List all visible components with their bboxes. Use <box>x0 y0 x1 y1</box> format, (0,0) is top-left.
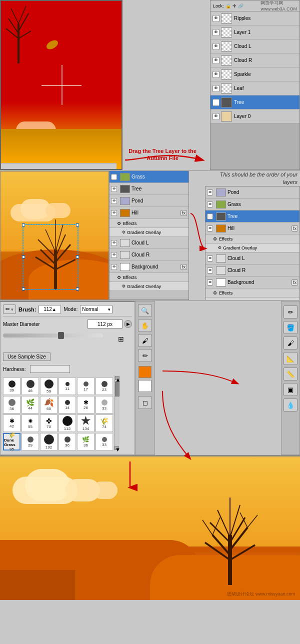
slider-thumb[interactable] <box>58 332 64 339</box>
measure-tool-btn[interactable]: 📏 <box>284 368 298 380</box>
brush-cell-60[interactable]: 🍂60 <box>40 396 58 414</box>
gradient-tool-btn[interactable]: ▣ <box>284 383 298 396</box>
expand-icon[interactable]: ⊞ <box>118 335 247 343</box>
layer-item-ripples[interactable]: 👁 Ripples <box>210 12 300 26</box>
eye-pond-right[interactable]: 👁 <box>207 190 213 196</box>
eye-bg-mid[interactable]: 👁 <box>111 264 117 270</box>
eye-pond-mid[interactable]: 👁 <box>111 198 117 204</box>
layer-mid-bg[interactable]: 👁 Background fx <box>110 261 188 273</box>
brush-scrollbar[interactable]: ▲ ▼ <box>114 376 120 450</box>
eye-cloudl-mid[interactable]: 👁 <box>111 240 117 246</box>
brush-cell-192[interactable]: 192 <box>40 433 58 450</box>
autumn-canvas-mid[interactable] <box>0 171 109 300</box>
layer-mid-cloudl[interactable]: 👁 Cloud L <box>110 237 188 249</box>
brush-cell-dune-grass[interactable]: 🌾 Dune Grass 95 <box>3 433 20 450</box>
brush-cell-36b[interactable]: 36 <box>58 433 76 450</box>
brush-cell-39[interactable]: 39 <box>3 378 20 395</box>
layer-mid-tree[interactable]: 👁 Tree <box>110 183 188 195</box>
layer-item-layer0[interactable]: 👁 Layer 0 <box>210 110 300 124</box>
brush-cell-33[interactable]: 33 <box>96 396 113 414</box>
brush-cell-23[interactable]: 23 <box>96 378 113 395</box>
brush-size-display[interactable]: 112 ▲ <box>38 305 61 314</box>
brush-cell-29[interactable]: 29 <box>22 433 39 450</box>
eye-leaf[interactable]: 👁 <box>212 85 220 92</box>
eye-cloudr-right[interactable]: 👁 <box>207 268 213 274</box>
handle-bl[interactable] <box>22 288 25 290</box>
layer-right-grass[interactable]: 👁 Grass <box>206 198 300 210</box>
brush-tool-selector[interactable]: ✏ ▾ <box>3 304 16 314</box>
layer-right-hill[interactable]: 👁 Hill fx <box>206 222 300 234</box>
eye-tree[interactable]: 👁 <box>212 99 220 106</box>
mode-dropdown[interactable]: Normal ▾ <box>80 305 112 314</box>
brush-cell-55[interactable]: ✷55 <box>22 414 39 432</box>
layer-item-sparkle[interactable]: 👁 Sparkle <box>210 68 300 82</box>
handle-ml[interactable] <box>22 256 25 258</box>
brush-cell-74[interactable]: 🌾74 <box>96 414 113 432</box>
use-sample-btn[interactable]: Use Sample Size <box>3 352 50 361</box>
layer-right-cloudr[interactable]: 👁 Cloud R <box>206 264 300 276</box>
brush-cell-26[interactable]: ✱26 <box>77 396 94 414</box>
eye-cloudr-mid[interactable]: 👁 <box>111 252 117 258</box>
layer-item-cloudl[interactable]: 👁 Cloud L <box>210 40 300 54</box>
pencil-tool-btn[interactable]: ✏ <box>284 306 298 318</box>
brush-cell-14[interactable]: 14 <box>58 396 76 414</box>
eye-sparkle[interactable]: 👁 <box>212 71 220 78</box>
scroll-down-arrow[interactable]: ▼ <box>114 446 119 450</box>
brush-cell-36c[interactable]: 🌿36 <box>77 433 94 450</box>
handle-mr[interactable] <box>76 256 79 258</box>
eye-layer1[interactable]: 👁 <box>212 29 220 36</box>
scroll-up-arrow[interactable]: ▲ <box>115 376 120 380</box>
brush-cell-44[interactable]: 🌿44 <box>22 396 39 414</box>
diameter-increment-btn[interactable]: ▶ <box>124 320 132 328</box>
layer-mid-cloudr[interactable]: 👁 Cloud R <box>110 249 188 261</box>
diameter-value-box[interactable]: 112 px <box>88 320 122 328</box>
brush-cell-33b[interactable]: 33 <box>96 433 113 450</box>
eye-grass-right[interactable]: 👁 <box>207 202 213 208</box>
eye-ripples[interactable]: 👁 <box>212 15 220 22</box>
layer-right-pond[interactable]: 👁 Pond <box>206 186 300 198</box>
brush-cell-134[interactable]: 134 <box>77 414 94 432</box>
brush2-tool-btn[interactable]: 🖌 <box>284 336 298 350</box>
handle-tl[interactable] <box>22 224 25 226</box>
brush-size-arrow-up[interactable]: ▲ <box>52 307 56 312</box>
eye-tree-mid[interactable]: 👁 <box>111 186 117 192</box>
eraser-tool-btn[interactable]: ✏ <box>138 349 152 362</box>
autumn-canvas-top[interactable] <box>0 0 122 170</box>
layer-mid-hill[interactable]: 👁 Hill fx <box>110 207 188 219</box>
diameter-slider[interactable] <box>3 334 103 338</box>
layer-right-tree[interactable]: 👁 Tree <box>206 210 300 222</box>
layer-mid-pond[interactable]: 👁 Pond <box>110 195 188 207</box>
brush-cell-42[interactable]: ✱42 <box>3 414 20 432</box>
brush-cell-70[interactable]: ✤70 <box>40 414 58 432</box>
eye-cloudr[interactable]: 👁 <box>212 57 220 64</box>
foreground-color[interactable] <box>138 366 152 378</box>
eye-bg-right[interactable]: 👁 <box>207 280 213 286</box>
zoom-tool-btn[interactable]: 🔍 <box>138 304 152 317</box>
fill-tool-btn[interactable]: 🪣 <box>284 321 298 334</box>
h-scrollbar[interactable] <box>1 163 116 169</box>
brush-cell-112[interactable]: 112 <box>58 414 76 432</box>
layer-item-leaf[interactable]: 👁 Leaf <box>210 82 300 96</box>
brush-cell-36[interactable]: 36 <box>3 396 20 414</box>
brush-cell-11[interactable]: 11 <box>58 378 76 395</box>
brush-cell-59[interactable]: 59 <box>40 378 58 395</box>
eye-hill-mid[interactable]: 👁 <box>111 210 117 216</box>
eye-cloudl[interactable]: 👁 <box>212 43 220 50</box>
eye-layer0[interactable]: 👁 <box>212 113 220 120</box>
eye-cloudl-right[interactable]: 👁 <box>207 256 213 262</box>
dropper-tool-btn[interactable]: 💧 <box>284 398 298 412</box>
hardness-input[interactable] <box>30 365 70 373</box>
brush-cell-17[interactable]: 17 <box>77 378 94 395</box>
scroll-thumb[interactable] <box>115 382 120 396</box>
layer-right-cloudl[interactable]: 👁 Cloud L <box>206 252 300 264</box>
background-color[interactable] <box>138 380 152 392</box>
brush-cell-46[interactable]: 46 <box>22 378 39 395</box>
layer-item-tree[interactable]: 👁 Tree <box>210 96 300 110</box>
eye-grass-mid[interactable]: 👁 <box>111 174 117 180</box>
handle-tr[interactable] <box>76 224 79 226</box>
hand-tool-btn[interactable]: ✋ <box>138 319 152 332</box>
layer-item-cloudr[interactable]: 👁 Cloud R <box>210 54 300 68</box>
layer-right-bg[interactable]: 👁 Background fx <box>206 276 300 288</box>
tools-toggle-btn[interactable]: ◻ <box>138 396 152 409</box>
layer-item-layer1[interactable]: 👁 Layer 1 <box>210 26 300 40</box>
